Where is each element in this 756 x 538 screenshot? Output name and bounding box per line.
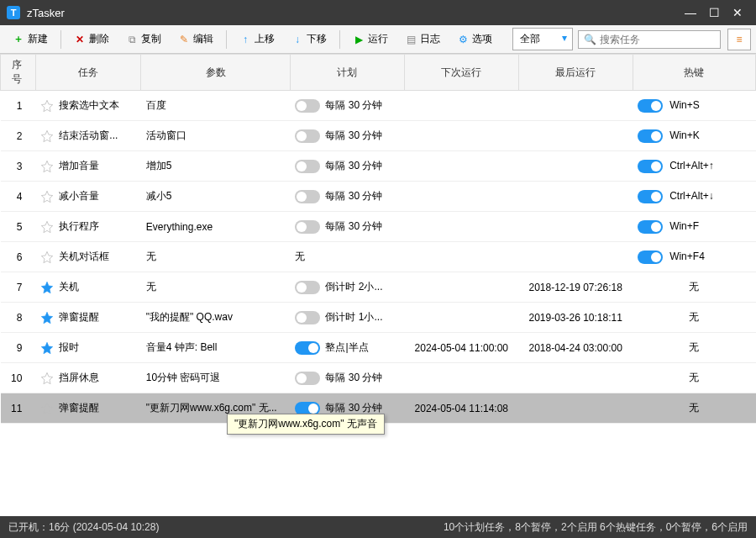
cell-hotkey: 无 [633,363,755,393]
cell-task: 搜索选中文本 [35,91,140,121]
cell-last [518,121,633,151]
table-row[interactable]: 6关机对话框无无Win+F4 [1,242,756,272]
star-icon[interactable] [40,220,54,234]
task-name: 弹窗提醒 [59,310,99,324]
task-table-container[interactable]: 序号 任务 参数 计划 下次运行 最后运行 热键 1搜索选中文本百度每隔 30 … [0,54,756,516]
enable-toggle[interactable] [295,160,320,173]
filter-select[interactable]: 全部 [512,28,573,50]
cell-last [518,212,633,242]
list-icon: ≡ [736,34,742,45]
cell-task: 结束活动窗... [35,121,140,151]
enable-toggle[interactable] [295,372,320,385]
cell-param: 减小5 [141,182,291,212]
cell-hotkey: 无 [633,272,755,303]
enable-toggle[interactable] [295,129,320,143]
star-icon[interactable] [40,281,54,294]
hotkey-toggle[interactable] [638,251,663,264]
star-icon[interactable] [40,372,54,385]
star-icon[interactable] [40,341,54,355]
star-icon[interactable] [40,190,54,203]
arrow-up-icon: ↑ [239,34,251,45]
cell-plan: 无 [290,242,404,272]
hotkey-toggle[interactable] [638,220,663,234]
col-last[interactable]: 最后运行 [518,55,633,91]
cell-next [404,212,518,242]
cell-next [404,91,518,121]
cell-last: 2018-12-19 07:26:18 [518,272,633,303]
plan-text: 每隔 30 分钟 [325,402,382,414]
hotkey-toggle[interactable] [638,129,663,143]
col-param[interactable]: 参数 [141,55,291,91]
star-icon[interactable] [40,402,54,415]
maximize-button[interactable]: ☐ [702,1,726,24]
new-button[interactable]: ＋新建 [5,28,55,50]
close-button[interactable]: ✕ [726,1,749,24]
cell-plan: 每隔 30 分钟 [290,212,404,242]
table-row[interactable]: 5执行程序Everything.exe每隔 30 分钟Win+F [1,212,756,242]
options-button[interactable]: ⚙选项 [449,28,500,50]
enable-toggle[interactable] [295,99,320,113]
search-input[interactable] [600,34,726,45]
log-icon: ▤ [405,34,417,45]
star-icon[interactable] [40,251,54,264]
cell-last [518,91,633,121]
task-name: 弹窗提醒 [59,401,99,415]
enable-toggle[interactable] [295,281,320,294]
table-row[interactable]: 10挡屏休息10分钟 密码可退每隔 30 分钟无 [1,363,756,393]
table-row[interactable]: 2结束活动窗...活动窗口每隔 30 分钟Win+K [1,121,756,151]
copy-button[interactable]: ⧉复制 [118,28,169,50]
delete-button[interactable]: ✕删除 [66,28,117,50]
move-up-button[interactable]: ↑上移 [232,28,282,50]
edit-button[interactable]: ✎编辑 [171,28,221,50]
star-icon[interactable] [40,99,54,113]
edit-icon: ✎ [178,34,190,45]
cell-param: 10分钟 密码可退 [141,363,291,393]
table-row[interactable]: 4减小音量减小5每隔 30 分钟Ctrl+Alt+↓ [1,182,756,212]
cell-hotkey: Ctrl+Alt+↓ [633,182,755,212]
enable-toggle[interactable] [295,311,320,324]
table-row[interactable]: 1搜索选中文本百度每隔 30 分钟Win+S [1,91,756,121]
list-view-button[interactable]: ≡ [727,29,751,50]
cell-last [518,242,633,272]
hotkey-toggle[interactable] [638,99,663,113]
hotkey-text: Ctrl+Alt+↓ [669,190,714,202]
hotkey-toggle[interactable] [638,160,663,173]
enable-toggle[interactable] [295,220,320,234]
col-num[interactable]: 序号 [1,55,36,91]
hotkey-toggle[interactable] [638,190,663,203]
status-bar: 已开机：16分 (2024-05-04 10:28) 10个计划任务，8个暂停，… [0,516,756,538]
col-next[interactable]: 下次运行 [404,55,518,91]
copy-icon: ⧉ [126,34,138,45]
cell-plan: 每隔 30 分钟 [290,151,404,182]
minimize-button[interactable]: — [679,1,702,24]
col-plan[interactable]: 计划 [290,55,404,91]
star-icon[interactable] [40,311,54,324]
cell-task: 弹窗提醒 [35,303,140,333]
cell-plan: 每隔 30 分钟 [290,182,404,212]
cell-hotkey: 无 [633,393,755,424]
star-icon[interactable] [40,160,54,173]
search-box[interactable]: 🔍 [578,30,721,49]
cell-plan: 倒计时 2小... [290,272,404,303]
enable-toggle[interactable] [295,190,320,203]
cell-last [518,363,633,393]
cell-next: 2024-05-04 11:14:08 [404,393,518,424]
col-hotkey[interactable]: 热键 [633,55,755,91]
table-row[interactable]: 7关机无倒计时 2小...2018-12-19 07:26:18无 [1,272,756,303]
enable-toggle[interactable] [295,341,320,355]
run-button[interactable]: ▶运行 [345,28,396,50]
star-icon[interactable] [40,129,54,143]
cell-next [404,363,518,393]
cell-plan: 倒计时 1小... [290,303,404,333]
move-down-button[interactable]: ↓下移 [284,28,334,50]
cell-task: 减小音量 [35,182,140,212]
toolbar: ＋新建 ✕删除 ⧉复制 ✎编辑 ↑上移 ↓下移 ▶运行 ▤日志 ⚙选项 全部 🔍… [0,25,756,54]
col-task[interactable]: 任务 [35,55,140,91]
table-row[interactable]: 9报时音量4 钟声: Bell整点|半点2024-05-04 11:00:002… [1,333,756,363]
table-row[interactable]: 8弹窗提醒"我的提醒" QQ.wav倒计时 1小...2019-03-26 10… [1,303,756,333]
table-row[interactable]: 3增加音量增加5每隔 30 分钟Ctrl+Alt+↑ [1,151,756,182]
hotkey-text: Ctrl+Alt+↑ [669,160,714,171]
plan-text: 每隔 30 分钟 [325,190,382,202]
log-button[interactable]: ▤日志 [397,28,448,50]
hotkey-text: Win+F [669,220,699,232]
